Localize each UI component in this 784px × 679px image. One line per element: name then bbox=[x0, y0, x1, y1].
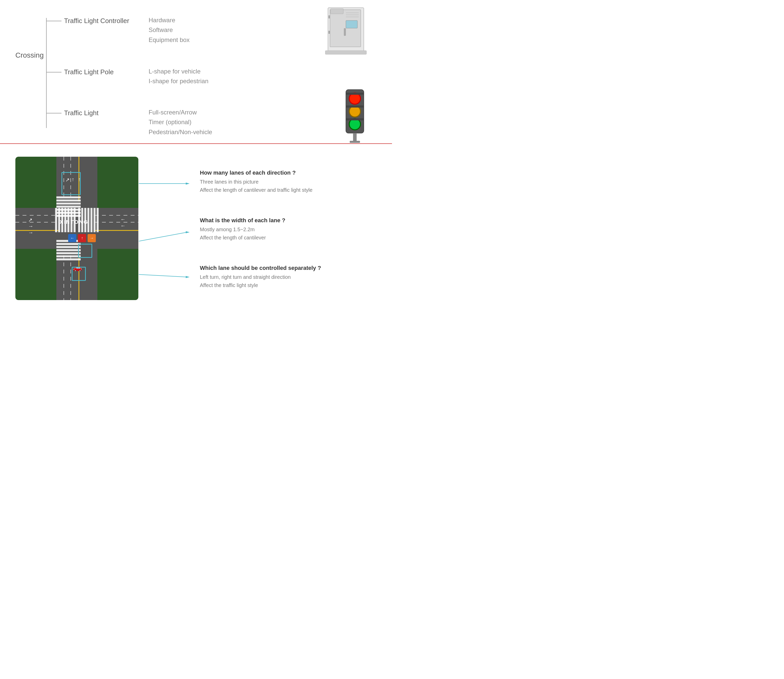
branch-label-pole: Traffic Light Pole bbox=[64, 68, 141, 76]
arrow-left-3: → bbox=[28, 230, 33, 236]
svg-rect-7 bbox=[346, 20, 358, 28]
svg-rect-10 bbox=[325, 51, 366, 54]
xintong-label: XINTONG bbox=[60, 219, 88, 225]
svg-point-17 bbox=[350, 119, 360, 129]
info-desc-lanes: Three lanes in this picture Affect the l… bbox=[200, 178, 376, 194]
info-panel: How many lanes of each direction ? Three… bbox=[200, 154, 376, 305]
branch-line-light bbox=[46, 113, 61, 113]
svg-marker-24 bbox=[186, 183, 190, 185]
svg-rect-22 bbox=[346, 118, 364, 120]
branch-details-light: Full-screen/Arrow Timer (optional) Pedes… bbox=[149, 108, 212, 137]
signal-box: ← ↑ → bbox=[68, 234, 96, 242]
lane-dash-h3 bbox=[95, 222, 138, 222]
signal-up: ↑ bbox=[78, 234, 86, 242]
intersection-diagram: ↙ ↓ ↓ ↗ → → → → XINTONG ← ↑ → 🚗 bbox=[16, 157, 138, 300]
top-section: Crossing Traffic Light Controller Hardwa… bbox=[0, 0, 392, 143]
svg-rect-8 bbox=[328, 16, 330, 19]
lane-dash-h4 bbox=[95, 215, 138, 216]
detail-ishape: I-shape for pedestrian bbox=[149, 76, 208, 86]
info-desc-width-1: Mostly among 1.5~2.2m bbox=[200, 225, 376, 233]
branch-label-controller: Traffic Light Controller bbox=[64, 17, 141, 25]
info-desc-width: Mostly among 1.5~2.2m Affect the length … bbox=[200, 225, 376, 242]
svg-rect-2 bbox=[331, 9, 343, 14]
svg-rect-21 bbox=[346, 105, 364, 108]
info-item-lanes: How many lanes of each direction ? Three… bbox=[200, 169, 376, 194]
info-desc-control-1: Left turn, right turn and straight direc… bbox=[200, 273, 376, 281]
traffic-light-image bbox=[338, 87, 372, 144]
svg-line-27 bbox=[139, 274, 187, 277]
branch-controller: Traffic Light Controller Hardware Softwa… bbox=[46, 16, 190, 45]
info-desc-lanes-2: Affect the length of cantilever and traf… bbox=[200, 186, 376, 194]
branch-details-pole: L-shape for vehicle I-shape for pedestri… bbox=[149, 67, 208, 86]
highlight-box-car bbox=[72, 267, 86, 281]
detail-hardware: Hardware bbox=[149, 16, 190, 25]
svg-rect-9 bbox=[328, 31, 330, 34]
svg-point-13 bbox=[350, 94, 360, 104]
info-desc-width-2: Affect the length of cantilever bbox=[200, 233, 376, 242]
arrow-left-2: → bbox=[28, 223, 33, 229]
branch-pole: Traffic Light Pole L-shape for vehicle I… bbox=[46, 67, 208, 86]
crosswalk-bottom bbox=[56, 240, 81, 260]
branch-details-controller: Hardware Software Equipment box bbox=[149, 16, 190, 45]
info-item-width: What is the width of each lane ? Mostly … bbox=[200, 217, 376, 242]
highlight-box-top bbox=[61, 172, 81, 195]
detail-fullscreen: Full-screen/Arrow bbox=[149, 108, 212, 117]
lane-dash-h2 bbox=[16, 215, 59, 216]
info-desc-lanes-1: Three lanes in this picture bbox=[200, 178, 376, 186]
detail-equipment: Equipment box bbox=[149, 35, 190, 45]
branch-light: Traffic Light Full-screen/Arrow Timer (o… bbox=[46, 108, 212, 137]
svg-rect-20 bbox=[346, 93, 364, 95]
info-title-lanes: How many lanes of each direction ? bbox=[200, 169, 376, 176]
detail-pedestrian: Pedestrian/Non-vehicle bbox=[149, 127, 212, 137]
svg-rect-6 bbox=[344, 28, 346, 36]
yellow-center-h2 bbox=[95, 230, 138, 231]
branch-line-controller bbox=[46, 21, 61, 21]
info-desc-control-2: Affect the traffic light style bbox=[200, 281, 376, 289]
info-item-control: Which lane should be controlled separate… bbox=[200, 265, 376, 289]
yellow-center-h bbox=[16, 230, 59, 231]
equipment-box-image bbox=[323, 5, 372, 57]
svg-marker-26 bbox=[186, 231, 190, 233]
signal-right: → bbox=[88, 234, 96, 242]
svg-rect-19 bbox=[350, 141, 360, 143]
lane-dash-h1 bbox=[16, 222, 59, 222]
highlight-box-bottom bbox=[78, 244, 92, 258]
svg-rect-18 bbox=[353, 133, 357, 142]
arrow-right-2: → bbox=[121, 223, 125, 229]
branch-label-light: Traffic Light bbox=[64, 109, 141, 117]
bottom-section: ↙ ↓ ↓ ↗ → → → → XINTONG ← ↑ → 🚗 bbox=[0, 144, 392, 315]
info-title-control: Which lane should be controlled separate… bbox=[200, 265, 376, 271]
detail-timer: Timer (optional) bbox=[149, 117, 212, 127]
lane-dash-v3 bbox=[71, 255, 71, 300]
crossing-label: Crossing bbox=[16, 51, 44, 59]
detail-software: Software bbox=[149, 25, 190, 35]
svg-line-25 bbox=[139, 232, 187, 241]
svg-point-15 bbox=[350, 106, 360, 116]
svg-marker-28 bbox=[186, 276, 190, 278]
arrow-left-1: ↗ bbox=[28, 217, 33, 223]
info-title-width: What is the width of each lane ? bbox=[200, 217, 376, 224]
lane-dash-v4 bbox=[64, 255, 64, 300]
arrow-right-1: → bbox=[121, 217, 125, 223]
branch-line-pole bbox=[46, 72, 61, 72]
detail-lshape: L-shape for vehicle bbox=[149, 67, 208, 76]
info-desc-control: Left turn, right turn and straight direc… bbox=[200, 273, 376, 289]
signal-left: ← bbox=[68, 234, 76, 242]
